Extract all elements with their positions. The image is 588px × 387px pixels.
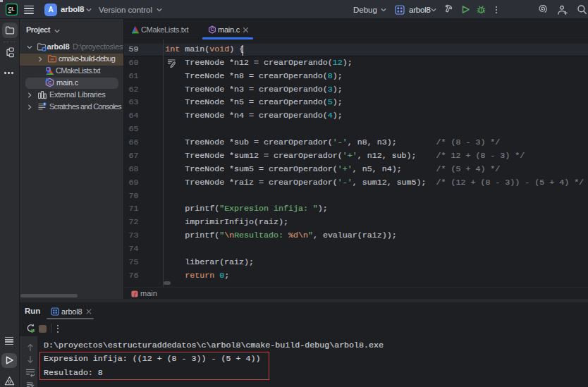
svg-text:CL: CL	[8, 6, 15, 11]
svg-text:C: C	[211, 27, 214, 32]
